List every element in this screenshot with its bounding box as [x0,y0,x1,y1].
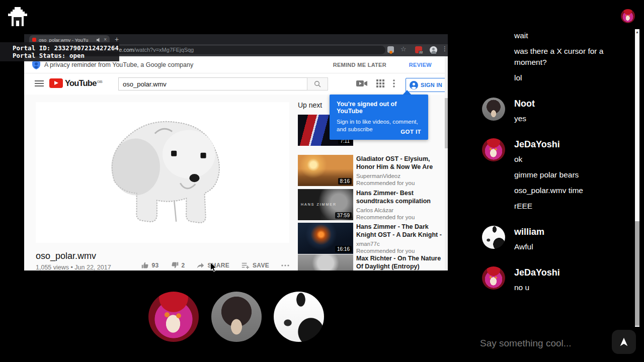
send-plane-icon [618,336,629,347]
apps-grid-icon[interactable] [376,79,384,87]
up-next-label: Up next [298,101,322,109]
thumbnail-text: HANS ZIMMER [301,203,337,206]
youtube-search-box[interactable] [118,77,307,90]
signed-out-popup: You're signed out of YouTube Sign in to … [330,95,428,140]
url-path: /watch?v=xMg7FEjqSqg [134,47,194,53]
tab-close-button[interactable]: × [104,37,107,42]
search-button[interactable] [307,77,328,90]
like-button[interactable]: 93 [141,261,159,269]
chat-message: ok [514,154,622,165]
playlist-add-icon [242,262,250,269]
privacy-shield-icon [32,60,40,69]
extension-badge: 22 [419,51,423,54]
thumbs-up-icon [141,261,149,269]
up-next-item[interactable]: 16:16 Hans Zimmer - The Dark Knight OST … [298,223,445,255]
up-next-meta: Recommended for you [356,248,445,254]
up-next-title: Max Richter - On The Nature Of Daylight … [356,254,445,270]
video-player[interactable] [36,102,289,243]
got-it-button[interactable]: GOT IT [400,129,421,135]
chat-message: oso_polar.wmv time [514,185,622,196]
chat-message: Awful [514,241,622,252]
video-thumbnail [298,254,353,270]
menu-hamburger-icon[interactable] [35,80,44,88]
save-button[interactable]: SAVE [242,262,269,269]
send-message-button[interactable] [612,330,636,354]
up-next-meta: Recommended for you [356,180,445,186]
dislike-button[interactable]: 2 [171,261,185,269]
up-next-item[interactable]: Max Richter - On The Nature Of Daylight … [298,254,445,270]
up-next-title: Gladiator OST - Elysium, Honor Him & Now… [356,155,445,171]
chat-author: JeDaYoshi [514,266,630,279]
youtube-menu-kebab-icon[interactable] [393,79,395,87]
participant-avatar [274,292,324,342]
tab-title: oso_polar.wmv - YouTu [39,37,94,43]
page-scrollbar[interactable] [445,56,448,270]
portal-id: Portal ID: 23327907212427264 [13,44,119,52]
chat-message: lol [514,72,622,83]
chat-author: JeDaYoshi [514,138,630,150]
home-icon [7,7,28,26]
up-next-item[interactable]: 8:16 Gladiator OST - Elysium, Honor Him … [298,155,445,187]
chat-message: gimme polar bears [514,169,622,180]
scroll-up-icon[interactable]: ▲ [635,30,639,34]
tab-audio-icon [97,38,101,42]
chat-group: william Awful [473,226,630,252]
search-icon [314,80,321,87]
browser-window: oso_polar.wmv - YouTu × + ‹ › ⟳ https://… [24,34,448,270]
video-thumbnail: 16:16 [298,223,353,254]
page-scrollbar-thumb[interactable] [445,98,448,148]
thumbs-down-icon [171,261,179,269]
avatar [482,138,505,161]
chat-author: Noot [514,98,630,110]
upload-video-icon[interactable] [356,79,367,87]
chat-group: Noot yes [473,98,630,124]
app-root: oso_polar.wmv - YouTu × + ‹ › ⟳ https://… [0,0,644,362]
extension-icon[interactable] [387,46,394,53]
youtube-play-icon [49,78,63,88]
privacy-banner-text: A privacy reminder from YouTube, a Googl… [44,61,193,68]
up-next-item[interactable]: HANS ZIMMER 37:59 Hans Zimmer- Best soun… [298,189,445,221]
chat-message-input[interactable] [479,332,607,355]
adblock-extension-icon[interactable]: 22 [415,46,422,53]
popup-title: You're signed out of YouTube [337,101,421,115]
chat-message: rEEE [514,201,622,212]
more-actions-icon[interactable] [281,264,289,266]
person-icon [410,81,418,89]
dislike-count: 2 [182,262,185,269]
chat-message: was there a X cursor for a moment? [514,46,622,68]
chat-message: wait [514,30,622,41]
chat-group: wait was there a X cursor for a moment? … [473,30,630,83]
video-title: oso_polar.wmv [36,251,96,261]
up-next-channel: xman77c [356,241,445,247]
avatar [482,98,505,121]
remind-me-later-button[interactable]: REMIND ME LATER [333,62,386,68]
up-next-meta: Recommended for you [356,214,445,220]
sign-in-button[interactable]: SIGN IN [406,78,446,92]
youtube-logo[interactable]: YouTubeGB [49,78,102,88]
current-user-avatar[interactable] [621,9,635,23]
video-thumbnail: HANS ZIMMER 37:59 [298,189,353,220]
browser-profile-icon[interactable] [430,46,437,54]
portal-overlay: Portal ID: 23327907212427264 Portal Stat… [0,42,119,61]
up-next-title: Hans Zimmer- Best soundtracks compilatio… [356,189,445,205]
duration-badge: 8:16 [338,178,352,185]
review-button[interactable]: REVIEW [409,62,432,68]
chat-scrollbar-thumb[interactable] [635,221,639,326]
youtube-region-label: GB [97,79,102,84]
chat-message: no u [514,282,622,293]
participant-avatar [148,292,199,342]
like-count: 93 [152,262,159,269]
search-input[interactable] [119,78,307,90]
home-button[interactable] [7,7,28,25]
browser-menu-icon[interactable]: ⋮ [442,45,448,52]
duration-badge: 16:16 [335,246,352,252]
chat-group: JeDaYoshi ok gimme polar bears oso_polar… [473,138,630,212]
chat-scrollbar[interactable]: ▲ [635,29,639,327]
save-label: SAVE [253,262,269,269]
youtube-favicon [32,38,36,42]
bookmark-star-icon[interactable]: ☆ [400,45,407,53]
share-icon [197,262,204,268]
polar-bear-video-frame [95,106,232,233]
up-next-channel: SupermanVideoz [356,173,445,179]
chat-message: yes [514,113,622,124]
